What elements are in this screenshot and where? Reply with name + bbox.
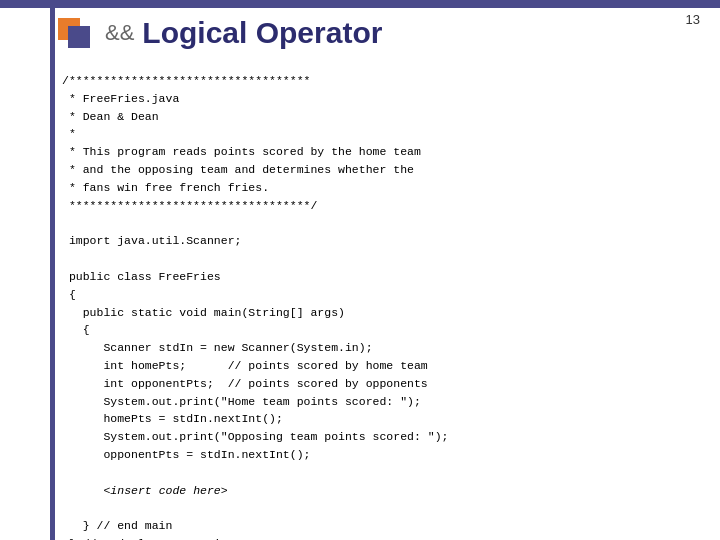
title-ampersand: && bbox=[105, 20, 134, 46]
title-area: && Logical Operator bbox=[105, 16, 382, 50]
insert-code-placeholder: <insert code here> bbox=[103, 484, 227, 497]
title-text: Logical Operator bbox=[142, 16, 382, 50]
accent-block-purple bbox=[68, 26, 90, 48]
left-bar bbox=[50, 0, 55, 540]
slide-number: 13 bbox=[686, 12, 700, 27]
top-bar bbox=[0, 0, 720, 8]
code-line-1: /*********************************** * F… bbox=[62, 74, 448, 540]
code-area: /*********************************** * F… bbox=[62, 72, 710, 530]
